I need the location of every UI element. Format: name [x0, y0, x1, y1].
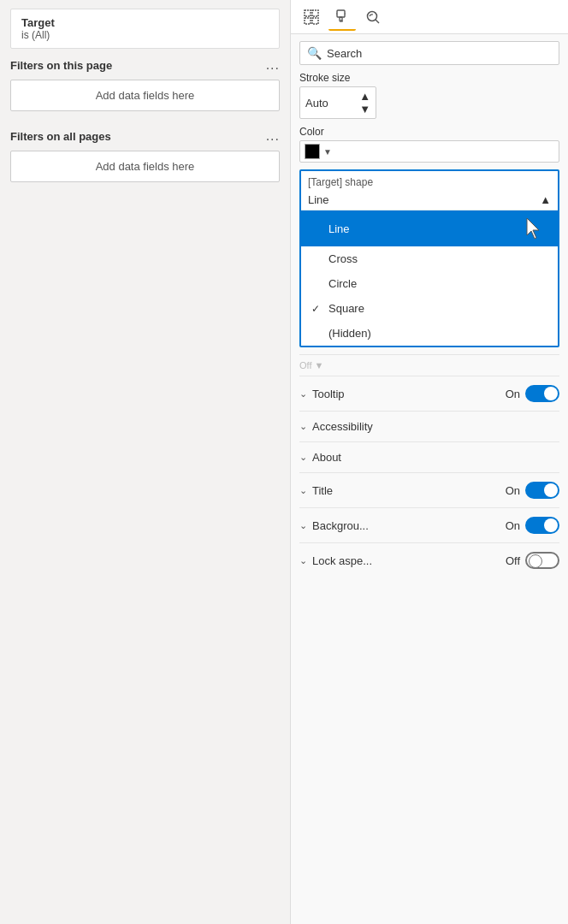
background-section-left: ⌄ Backgrou... — [299, 519, 369, 532]
shape-dropdown-container: [Target] shape Line ▲ Line Cross — [299, 169, 559, 347]
lock-aspect-section-right: Off — [506, 552, 559, 569]
filters-on-this-page-label: Filters on this page — [10, 59, 112, 72]
shape-dropdown-current: Line — [308, 193, 329, 206]
lock-aspect-section[interactable]: ⌄ Lock aspe... Off — [299, 542, 559, 578]
shape-options-list: Line Cross Circle ✓ Square — [301, 210, 558, 346]
left-panel: Target is (All) Filters on this page ...… — [0, 0, 291, 924]
svg-point-6 — [368, 11, 377, 21]
right-panel: 🔍 Stroke size Auto ▲ ▼ Color ▼ [ — [291, 0, 568, 924]
title-section-label: Title — [312, 484, 333, 497]
filters-on-all-pages-header: Filters on all pages ... — [10, 128, 280, 144]
shape-option-cross[interactable]: Cross — [301, 246, 558, 271]
filters-on-this-page-header: Filters on this page ... — [10, 57, 280, 73]
title-chevron-icon: ⌄ — [299, 485, 307, 496]
filters-on-all-pages-label: Filters on all pages — [10, 130, 111, 143]
color-swatch-button[interactable]: ▼ — [299, 140, 559, 163]
format-toolbar — [291, 0, 568, 34]
shape-hidden-label: (Hidden) — [328, 327, 371, 340]
about-section-left: ⌄ About — [299, 451, 341, 464]
lock-aspect-chevron-icon: ⌄ — [299, 555, 307, 566]
filters-on-all-pages-menu[interactable]: ... — [266, 128, 280, 144]
shape-option-line[interactable]: Line — [301, 210, 558, 246]
shape-square-checkmark: ✓ — [311, 303, 323, 315]
color-dropdown-arrow: ▼ — [323, 147, 332, 157]
stroke-size-row: Stroke size Auto ▲ ▼ — [299, 72, 559, 119]
shape-option-circle[interactable]: Circle — [301, 271, 558, 296]
accessibility-section[interactable]: ⌄ Accessibility — [299, 411, 559, 441]
hidden-partial-text: Off ▼ — [299, 360, 323, 370]
tooltip-section-left: ⌄ Tooltip — [299, 388, 345, 400]
format-paintbrush-icon[interactable] — [328, 3, 356, 31]
search-input[interactable] — [327, 47, 552, 60]
search-container[interactable]: 🔍 — [299, 41, 559, 65]
shape-line-label: Line — [328, 222, 350, 235]
accessibility-chevron-icon: ⌄ — [299, 421, 307, 432]
tooltip-toggle-label: On — [506, 388, 520, 400]
about-chevron-icon: ⌄ — [299, 452, 307, 463]
tooltip-section-right: On — [506, 385, 559, 402]
background-section[interactable]: ⌄ Backgrou... On — [299, 507, 559, 542]
stroke-size-arrows: ▲ ▼ — [359, 90, 370, 116]
tooltip-chevron-icon: ⌄ — [299, 388, 307, 400]
tooltip-section-label: Tooltip — [312, 388, 345, 400]
lock-aspect-toggle[interactable] — [525, 552, 559, 569]
svg-rect-1 — [312, 10, 318, 16]
shape-dropdown-header[interactable]: Line ▲ — [301, 190, 558, 210]
hidden-partial-row: Off ▼ — [299, 354, 559, 376]
properties-area: Stroke size Auto ▲ ▼ Color ▼ [Target] sh… — [291, 72, 568, 924]
background-section-label: Backgrou... — [312, 519, 369, 532]
cursor-icon — [524, 216, 544, 240]
shape-circle-label: Circle — [328, 277, 357, 290]
background-toggle[interactable] — [525, 517, 559, 534]
stroke-size-select[interactable]: Auto ▲ ▼ — [299, 86, 376, 119]
analytics-icon[interactable] — [359, 3, 387, 31]
shape-dropdown-chevron: ▲ — [540, 193, 551, 206]
svg-marker-8 — [527, 218, 539, 239]
title-toggle-label: On — [506, 484, 520, 497]
shape-option-square[interactable]: ✓ Square — [301, 296, 558, 321]
title-section[interactable]: ⌄ Title On — [299, 472, 559, 507]
add-fields-this-page-button[interactable]: Add data fields here — [10, 80, 280, 111]
about-section[interactable]: ⌄ About — [299, 441, 559, 472]
tooltip-section[interactable]: ⌄ Tooltip On — [299, 376, 559, 411]
target-section: Target is (All) — [10, 9, 280, 49]
shape-cross-label: Cross — [328, 252, 358, 265]
svg-rect-4 — [337, 10, 345, 17]
search-icon: 🔍 — [307, 46, 322, 60]
lock-aspect-section-label: Lock aspe... — [312, 554, 372, 567]
background-section-right: On — [506, 517, 559, 534]
color-label: Color — [299, 126, 559, 138]
accessibility-section-label: Accessibility — [312, 420, 373, 433]
color-row: Color ▼ — [299, 126, 559, 163]
background-chevron-icon: ⌄ — [299, 520, 307, 531]
svg-rect-0 — [305, 10, 311, 16]
svg-rect-2 — [305, 18, 311, 24]
shape-square-label: Square — [328, 302, 364, 315]
shape-option-hidden[interactable]: (Hidden) — [301, 321, 558, 346]
stroke-size-label: Stroke size — [299, 72, 559, 84]
background-toggle-label: On — [506, 519, 520, 532]
title-section-left: ⌄ Title — [299, 484, 333, 497]
accessibility-section-left: ⌄ Accessibility — [299, 420, 373, 433]
lock-aspect-toggle-label: Off — [506, 554, 520, 567]
fields-icon[interactable] — [298, 3, 325, 31]
title-section-right: On — [506, 482, 559, 499]
about-section-label: About — [312, 451, 341, 464]
target-title: Target — [21, 16, 269, 29]
tooltip-toggle[interactable] — [525, 385, 559, 402]
title-toggle[interactable] — [525, 482, 559, 499]
shape-dropdown-label: [Target] shape — [301, 171, 558, 190]
filters-on-this-page-menu[interactable]: ... — [266, 57, 280, 73]
add-fields-all-pages-button[interactable]: Add data fields here — [10, 151, 280, 182]
lock-aspect-section-left: ⌄ Lock aspe... — [299, 554, 372, 567]
svg-rect-3 — [312, 18, 318, 24]
stroke-size-value: Auto — [305, 97, 328, 110]
svg-line-7 — [376, 20, 379, 23]
target-subtitle: is (All) — [21, 29, 269, 41]
color-swatch — [305, 144, 320, 159]
